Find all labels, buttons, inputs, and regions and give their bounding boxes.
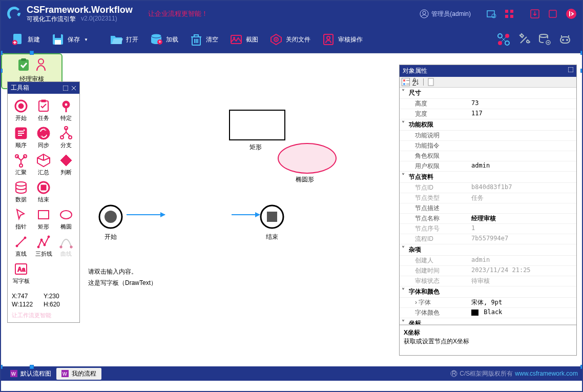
- user-info[interactable]: 管理员(admin): [420, 9, 471, 18]
- toolbox-summary[interactable]: 汇总: [32, 151, 55, 178]
- svg-rect-9: [549, 10, 556, 17]
- tab-default[interactable]: w默认流程图: [5, 368, 56, 380]
- audit-button[interactable]: 审核操作: [317, 30, 368, 49]
- toolbox-line[interactable]: 直线: [10, 233, 32, 260]
- app-title: CSFramework.Workflow: [27, 5, 133, 15]
- drawtext[interactable]: 请双击输入内容。 这是写字板（DrawText）: [88, 266, 157, 288]
- db-settings-icon[interactable]: [538, 33, 551, 46]
- grid-icon[interactable]: [504, 9, 514, 19]
- prop-category[interactable]: 坐标: [400, 318, 576, 324]
- prop-row[interactable]: 节点序号1: [400, 224, 576, 234]
- app-subtitle: 可视化工作流引擎: [27, 15, 76, 24]
- start-node[interactable]: 开始: [98, 204, 123, 241]
- prop-row[interactable]: 节点类型任务: [400, 193, 576, 203]
- prop-row[interactable]: 功能指令: [400, 141, 576, 151]
- toolbox-task[interactable]: 任务: [32, 97, 55, 124]
- window-icon[interactable]: [548, 9, 558, 19]
- coord-y: Y:230: [44, 292, 75, 300]
- toolbox-pin-icon[interactable]: [63, 86, 68, 91]
- prop-row[interactable]: 节点IDb840d83f1b7: [400, 183, 576, 193]
- svg-rect-15: [55, 40, 61, 45]
- svg-point-44: [18, 104, 24, 109]
- close-file-button[interactable]: 关闭文件: [264, 30, 316, 49]
- rect-shape[interactable]: [229, 110, 285, 140]
- import-icon[interactable]: [530, 9, 540, 19]
- props-pin-icon[interactable]: [568, 67, 573, 72]
- user-icon: [420, 9, 429, 18]
- save-button[interactable]: 保存▼: [46, 30, 93, 49]
- nodes-icon[interactable]: [497, 33, 510, 46]
- tools-icon[interactable]: [517, 33, 531, 46]
- connector-2[interactable]: [232, 214, 260, 215]
- alphabetical-icon[interactable]: AZ: [412, 78, 420, 86]
- toolbox-merge[interactable]: 汇聚: [10, 151, 32, 178]
- ellipse-shape[interactable]: [278, 143, 337, 174]
- toolbox-polyline[interactable]: 三折线: [32, 233, 55, 260]
- clear-button[interactable]: 清空: [184, 30, 223, 49]
- app-logo-icon: [6, 6, 23, 22]
- prop-category[interactable]: 节点资料: [400, 172, 576, 183]
- svg-text:w: w: [11, 370, 16, 377]
- prop-row[interactable]: 宽度117: [400, 109, 576, 119]
- module-icon[interactable]: [558, 33, 572, 46]
- prop-row[interactable]: 创建人admin: [400, 256, 576, 266]
- toolbox-ellipse[interactable]: 椭圆: [55, 205, 77, 233]
- toolbox-rect[interactable]: 矩形: [32, 205, 55, 233]
- svg-text:Z: Z: [412, 80, 416, 86]
- footer-link[interactable]: www.csframework.com: [515, 370, 578, 377]
- load-button[interactable]: 加载: [144, 30, 183, 49]
- prop-row[interactable]: 审核状态待审核: [400, 276, 576, 286]
- svg-rect-74: [403, 79, 405, 81]
- tab-myflow[interactable]: w我的流程: [56, 368, 101, 380]
- toolbox-start[interactable]: 开始: [10, 97, 32, 124]
- svg-point-3: [492, 14, 496, 18]
- toolbox-close-icon[interactable]: [71, 86, 76, 91]
- toolbox-pin[interactable]: 特定: [55, 97, 77, 124]
- screenshot-button[interactable]: 截图: [224, 30, 263, 49]
- categorized-icon[interactable]: [402, 78, 410, 86]
- svg-rect-6: [505, 15, 508, 18]
- toolbox-end[interactable]: 结束: [32, 178, 55, 205]
- svg-point-69: [60, 246, 62, 248]
- coord-x: X:747: [12, 292, 44, 300]
- prop-row[interactable]: 高度73: [400, 99, 576, 109]
- prop-category[interactable]: 功能权限: [400, 119, 576, 131]
- toolbox-seq[interactable]: 顺序: [10, 124, 32, 151]
- toolbox-branch[interactable]: 分支: [55, 124, 77, 151]
- props-grid[interactable]: 尺寸高度73宽度117功能权限功能说明功能指令角色权限用户权限admin节点资料…: [400, 88, 576, 324]
- svg-point-54: [69, 136, 72, 139]
- prop-category[interactable]: 字体和颜色: [400, 286, 576, 298]
- prop-row[interactable]: 创建时间2023/11/24 21:25: [400, 266, 576, 276]
- prop-row[interactable]: 功能说明: [400, 131, 576, 141]
- prop-row[interactable]: 节点描述: [400, 203, 576, 214]
- new-button[interactable]: 新建: [6, 30, 45, 49]
- toolbox-sync[interactable]: 同步: [32, 124, 55, 151]
- prop-row[interactable]: 角色权限: [400, 151, 576, 161]
- svg-rect-42: [63, 86, 68, 91]
- connector-1[interactable]: [127, 214, 165, 215]
- toolbox-decision[interactable]: 判断: [55, 151, 77, 178]
- settings-icon[interactable]: [486, 9, 496, 19]
- end-node[interactable]: 结束: [260, 204, 284, 241]
- svg-point-67: [44, 244, 46, 246]
- prop-category[interactable]: 杂项: [400, 244, 576, 256]
- svg-point-28: [505, 41, 509, 45]
- svg-rect-7: [510, 15, 513, 18]
- exit-icon[interactable]: [566, 8, 577, 19]
- toolbox-data[interactable]: 数据: [10, 178, 32, 205]
- toolbox-pointer[interactable]: 指针: [10, 205, 32, 233]
- svg-text:Aa: Aa: [17, 266, 26, 273]
- prop-row[interactable]: 字体颜色 Black: [400, 308, 576, 318]
- prop-category[interactable]: 尺寸: [400, 88, 576, 99]
- props-page-icon[interactable]: [427, 78, 435, 86]
- toolbox-text[interactable]: Aa写字板: [10, 260, 32, 287]
- svg-point-25: [498, 34, 502, 38]
- toolbox-panel: 工具箱 开始任务特定顺序同步分支汇聚汇总判断数据结束指针矩形椭圆直线三折线曲线A…: [7, 81, 80, 323]
- open-button[interactable]: 打开: [105, 30, 143, 49]
- toolbox-curve[interactable]: 曲线: [55, 233, 77, 260]
- prop-row[interactable]: › 字体宋体, 9pt: [400, 298, 576, 308]
- prop-row[interactable]: 用户权限admin: [400, 161, 576, 172]
- svg-point-1: [423, 11, 426, 14]
- prop-row[interactable]: 流程ID7b557994e7: [400, 234, 576, 244]
- prop-row[interactable]: 节点名称经理审核: [400, 214, 576, 224]
